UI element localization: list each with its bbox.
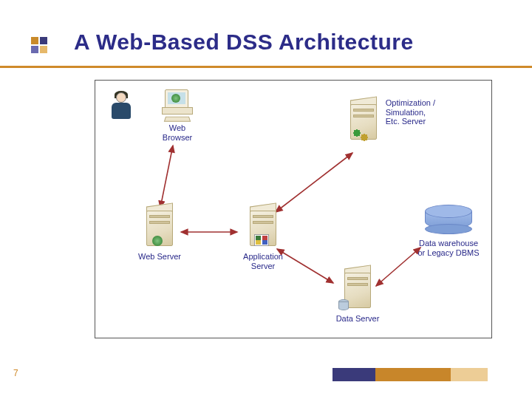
server-icon	[143, 205, 176, 250]
node-web-browser: WebBrowser	[153, 89, 202, 142]
svg-line-4	[160, 146, 173, 208]
label-web-browser: WebBrowser	[153, 123, 202, 142]
label-opt-server: Optimization /Simulation,Etc. Server	[386, 98, 435, 126]
label-web-server: Web Server	[134, 252, 185, 262]
svg-line-6	[276, 153, 352, 212]
diagram-frame: WebBrowser Web Server ApplicationServer	[95, 80, 492, 338]
server-icon	[347, 98, 380, 144]
slide-title: A Web-Based DSS Architecture	[74, 30, 414, 55]
label-data-server: Data Server	[329, 314, 386, 324]
label-data-warehouse: Data warehouseor Legacy DBMS	[412, 239, 485, 257]
node-data-warehouse: Data warehouseor Legacy DBMS	[412, 205, 485, 257]
node-data-server: Data Server	[329, 267, 386, 324]
server-icon	[341, 267, 374, 313]
page-number: 7	[13, 368, 18, 378]
server-icon	[247, 205, 279, 250]
pc-icon	[160, 89, 194, 122]
label-app-server: ApplicationServer	[234, 252, 292, 270]
user-icon	[107, 91, 137, 120]
database-icon	[425, 205, 472, 234]
puzzle-icon	[361, 134, 368, 141]
node-opt-server: Optimization /Simulation,Etc. Server	[347, 98, 435, 144]
node-user	[106, 91, 138, 120]
puzzle-icon	[353, 129, 361, 137]
node-app-server: ApplicationServer	[234, 205, 292, 270]
node-web-server: Web Server	[134, 205, 185, 262]
footer-stripe	[332, 368, 488, 381]
